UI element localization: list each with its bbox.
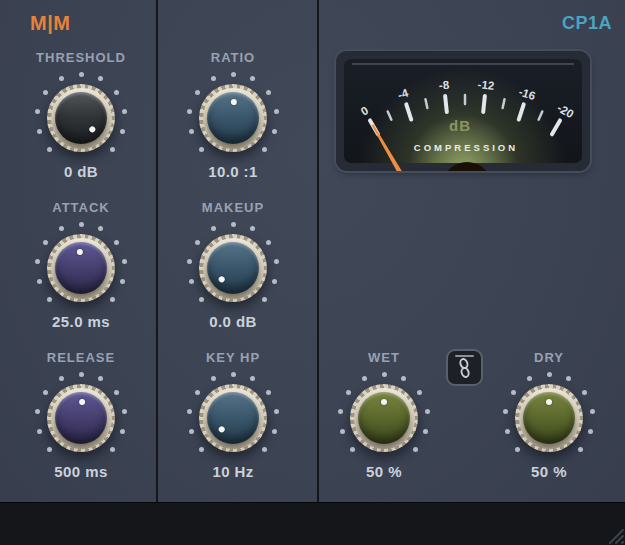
chain-link-icon: [457, 358, 472, 378]
knob-cap: [55, 92, 107, 144]
knob-cap: [55, 392, 107, 444]
knob-ring-dot: [122, 109, 127, 114]
knob-ring-dot: [588, 429, 593, 434]
knob-ring-dot: [35, 109, 40, 114]
knob-ring-dot: [262, 147, 267, 152]
release-knob-control[interactable]: [31, 368, 131, 468]
knob-label: DRY: [474, 350, 624, 366]
knob-ring-dot: [35, 409, 40, 414]
knob-ring-dot: [362, 376, 367, 381]
knob-ring-dot: [114, 240, 119, 245]
knob-ring-dot: [120, 279, 125, 284]
ratio-knob-control[interactable]: [183, 68, 283, 168]
knob-ring-dot: [274, 259, 279, 264]
knob-ring-dot: [47, 297, 52, 302]
knob-ring-dot: [211, 76, 216, 81]
knob-ring-dot: [340, 429, 345, 434]
knob-ring-dot: [527, 376, 532, 381]
knob-ring-dot: [122, 409, 127, 414]
knob-ring-dot: [98, 226, 103, 231]
knob-ring-dot: [37, 279, 42, 284]
knob-cap: [207, 242, 259, 294]
mm-logo: M|M: [30, 12, 70, 35]
resize-grip[interactable]: [604, 524, 624, 544]
knob-ring-dot: [120, 129, 125, 134]
knob-ring-dot: [511, 390, 516, 395]
meter-needle-pivot: [443, 162, 491, 171]
knob-ring-dot: [272, 279, 277, 284]
makeup-knob-control[interactable]: [183, 218, 283, 318]
knob-indicator-dot: [381, 399, 387, 405]
knob-ring-dot: [199, 447, 204, 452]
knob-ring-dot: [37, 129, 42, 134]
knob-ring-dot: [262, 297, 267, 302]
knob-indicator-dot: [217, 275, 225, 283]
knob-ring-dot: [250, 226, 255, 231]
knob-ring-dot: [231, 372, 236, 377]
keyhp-knob-control[interactable]: [183, 368, 283, 468]
knob-ring-dot: [338, 409, 343, 414]
knob-ring-dot: [413, 447, 418, 452]
dry-knob-control[interactable]: [499, 368, 599, 468]
knob-ring-dot: [195, 90, 200, 95]
knob-ring-dot: [110, 447, 115, 452]
knob-ratio: RATIO 10.0 :1: [158, 50, 308, 182]
knob-ring-dot: [59, 76, 64, 81]
knob-ring-dot: [47, 147, 52, 152]
knob-ring-dot: [250, 376, 255, 381]
knob-ring-dot: [79, 372, 84, 377]
knob-dry: DRY 50 %: [474, 350, 624, 482]
knob-ring-dot: [199, 297, 204, 302]
knob-ring-dot: [231, 72, 236, 77]
knob-label: ATTACK: [6, 200, 156, 216]
knob-ring-dot: [189, 279, 194, 284]
knob-label: MAKEUP: [158, 200, 308, 216]
knob-label: RATIO: [158, 50, 308, 66]
knob-ring-dot: [423, 429, 428, 434]
knob-ring-dot: [43, 390, 48, 395]
knob-ring-dot: [43, 90, 48, 95]
threshold-knob-control[interactable]: [31, 68, 131, 168]
knob-ring-dot: [582, 390, 587, 395]
knob-ring-dot: [250, 76, 255, 81]
knob-ring-dot: [47, 447, 52, 452]
knob-makeup: MAKEUP 0.0 dB: [158, 200, 308, 332]
knob-ring-dot: [187, 109, 192, 114]
knob-ring-dot: [59, 226, 64, 231]
plugin-window: M|M CP1A THRESHOLD 0 dB ATTACK 25.0 ms R…: [0, 0, 625, 545]
knob-ring-dot: [503, 409, 508, 414]
knob-ring-dot: [231, 222, 236, 227]
knob-ring-dot: [114, 390, 119, 395]
knob-ring-dot: [382, 372, 387, 377]
knob-cap: [207, 92, 259, 144]
knob-ring-dot: [425, 409, 430, 414]
knob-ring-dot: [590, 409, 595, 414]
knob-ring-dot: [98, 376, 103, 381]
knob-ring-dot: [211, 376, 216, 381]
knob-ring-dot: [98, 76, 103, 81]
svg-text:-8: -8: [438, 79, 450, 92]
knob-ring-dot: [189, 129, 194, 134]
footer-bar: Default: [0, 502, 625, 545]
knob-ring-dot: [120, 429, 125, 434]
link-button-topline: [455, 355, 474, 357]
knob-ring-dot: [350, 447, 355, 452]
knob-cap: [358, 392, 410, 444]
knob-indicator-dot: [79, 399, 85, 405]
attack-knob-control[interactable]: [31, 218, 131, 318]
knob-cap: [523, 392, 575, 444]
knob-ring-dot: [59, 376, 64, 381]
knob-attack: ATTACK 25.0 ms: [6, 200, 156, 332]
knob-ring-dot: [195, 240, 200, 245]
knob-ring-dot: [35, 259, 40, 264]
knob-cap: [55, 242, 107, 294]
knob-ring-dot: [266, 90, 271, 95]
wet-knob-control[interactable]: [334, 368, 434, 468]
knob-ring-dot: [505, 429, 510, 434]
knob-ring-dot: [211, 226, 216, 231]
knob-ring-dot: [122, 259, 127, 264]
knob-label: THRESHOLD: [6, 50, 156, 66]
knob-ring-dot: [110, 147, 115, 152]
knob-ring-dot: [515, 447, 520, 452]
vu-meter-panel: 0-4-8-12-16-20 dB COMPRESSION: [336, 51, 590, 171]
